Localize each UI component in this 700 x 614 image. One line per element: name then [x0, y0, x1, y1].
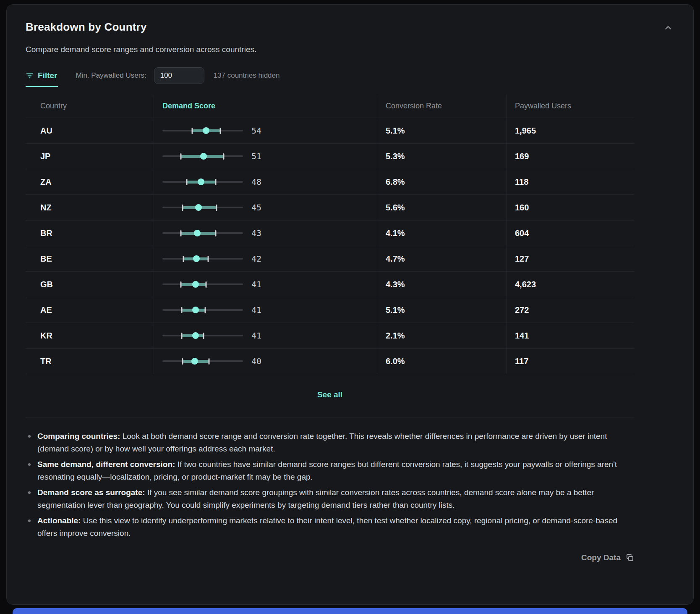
- table-row: ZA 48 6.8% 118: [26, 169, 634, 195]
- note-item: Actionable: Use this view to identify un…: [26, 514, 638, 540]
- table-row: NZ 45 5.6% 160: [26, 195, 634, 220]
- score-min-tick: [181, 307, 183, 313]
- conversion-cell: 5.6%: [377, 195, 506, 220]
- score-min-tick: [180, 230, 182, 236]
- country-cell: AU: [26, 118, 154, 143]
- score-min-tick: [180, 281, 182, 288]
- paywalled-cell: 4,623: [506, 272, 634, 297]
- demand-score-cell: 40: [154, 349, 377, 374]
- score-max-tick: [209, 358, 210, 365]
- score-value: 45: [251, 202, 261, 213]
- card-footer: Copy Data: [26, 553, 634, 562]
- score-max-tick: [215, 179, 216, 185]
- score-dot: [195, 204, 202, 211]
- demand-score-cell: 41: [154, 297, 377, 323]
- note-lead: Demand score as surrogate:: [37, 488, 145, 497]
- table-row: GB 41 4.3% 4,623: [26, 272, 634, 297]
- score-dot: [192, 307, 199, 313]
- country-table: Country Demand Score Conversion Rate Pay…: [26, 94, 634, 374]
- filter-bar: Filter Min. Paywalled Users: 137 countri…: [26, 66, 674, 85]
- demand-score-range-slider: [162, 203, 243, 212]
- notes-divider: [26, 417, 634, 417]
- card-subtitle: Compare demand score ranges and conversi…: [26, 45, 674, 54]
- conversion-cell: 2.1%: [377, 323, 506, 348]
- score-max-tick: [223, 153, 224, 160]
- filter-tab[interactable]: Filter: [26, 71, 58, 87]
- see-all-link[interactable]: See all: [317, 390, 342, 399]
- filter-icon: [26, 72, 34, 80]
- column-header-conversion-rate[interactable]: Conversion Rate: [377, 94, 506, 118]
- table-row: TR 40 6.0% 117: [26, 349, 634, 374]
- paywalled-cell: 117: [506, 349, 634, 374]
- score-min-tick: [192, 128, 193, 134]
- country-cell: TR: [26, 349, 154, 374]
- score-min-tick: [182, 358, 183, 365]
- score-min-tick: [183, 256, 184, 262]
- score-max-tick: [203, 333, 204, 339]
- demand-score-cell: 51: [154, 144, 377, 169]
- conversion-cell: 6.0%: [377, 349, 506, 374]
- score-min-tick: [181, 333, 183, 339]
- score-value: 48: [251, 177, 261, 187]
- min-paywalled-input[interactable]: [154, 67, 204, 84]
- table-row: AE 41 5.1% 272: [26, 297, 634, 323]
- country-cell: JP: [26, 144, 154, 169]
- score-dot: [191, 358, 198, 365]
- breakdown-card: Breakdown by Country Compare demand scor…: [6, 4, 694, 605]
- collapse-button[interactable]: [662, 21, 674, 34]
- score-max-tick: [204, 307, 206, 313]
- note-text: Use this view to identify underperformin…: [37, 516, 617, 538]
- score-value: 43: [251, 228, 261, 238]
- score-value: 41: [251, 279, 261, 289]
- country-cell: GB: [26, 272, 154, 297]
- score-dot: [192, 281, 199, 288]
- conversion-cell: 4.1%: [377, 220, 506, 246]
- score-max-tick: [205, 281, 206, 288]
- chevron-up-icon: [663, 23, 673, 32]
- score-dot: [200, 153, 207, 160]
- note-lead: Same demand, different conversion:: [37, 460, 175, 469]
- paywalled-cell: 141: [506, 323, 634, 348]
- score-value: 42: [251, 254, 261, 264]
- paywalled-cell: 272: [506, 297, 634, 323]
- table-row: KR 41 2.1% 141: [26, 323, 634, 349]
- note-item: Comparing countries: Look at both demand…: [26, 430, 638, 455]
- notes-list: Comparing countries: Look at both demand…: [26, 430, 638, 540]
- demand-score-cell: 45: [154, 195, 377, 220]
- column-header-country[interactable]: Country: [26, 94, 154, 118]
- card-header: Breakdown by Country: [26, 21, 674, 34]
- score-min-tick: [182, 205, 183, 211]
- demand-score-range-slider: [162, 280, 243, 289]
- score-dot: [192, 332, 199, 339]
- copy-data-button[interactable]: Copy Data: [581, 553, 634, 562]
- column-header-paywalled-users[interactable]: Paywalled Users: [506, 94, 634, 118]
- note-item: Same demand, different conversion: If tw…: [26, 458, 638, 483]
- demand-score-range-slider: [162, 178, 243, 186]
- score-value: 51: [251, 151, 261, 161]
- note-lead: Comparing countries:: [37, 432, 120, 441]
- conversion-cell: 5.1%: [377, 297, 506, 323]
- country-cell: AE: [26, 297, 154, 323]
- paywalled-cell: 1,965: [506, 118, 634, 143]
- country-cell: KR: [26, 323, 154, 348]
- score-value: 41: [251, 305, 261, 315]
- conversion-cell: 4.7%: [377, 246, 506, 271]
- country-cell: ZA: [26, 169, 154, 194]
- score-max-tick: [215, 230, 216, 236]
- demand-score-range-slider: [162, 331, 243, 340]
- paywalled-cell: 127: [506, 246, 634, 271]
- paywalled-cell: 169: [506, 144, 634, 169]
- demand-score-range-slider: [162, 357, 243, 365]
- demand-score-range-slider: [162, 152, 243, 160]
- demand-score-cell: 42: [154, 246, 377, 271]
- score-dot: [194, 230, 201, 236]
- copy-icon: [626, 554, 634, 562]
- conversion-cell: 4.3%: [377, 272, 506, 297]
- demand-score-range-slider: [162, 126, 243, 135]
- column-header-demand-score[interactable]: Demand Score: [154, 94, 377, 118]
- country-cell: NZ: [26, 195, 154, 220]
- score-max-tick: [220, 128, 221, 134]
- demand-score-range-slider: [162, 229, 243, 237]
- demand-score-cell: 48: [154, 169, 377, 194]
- demand-score-range-slider: [162, 306, 243, 314]
